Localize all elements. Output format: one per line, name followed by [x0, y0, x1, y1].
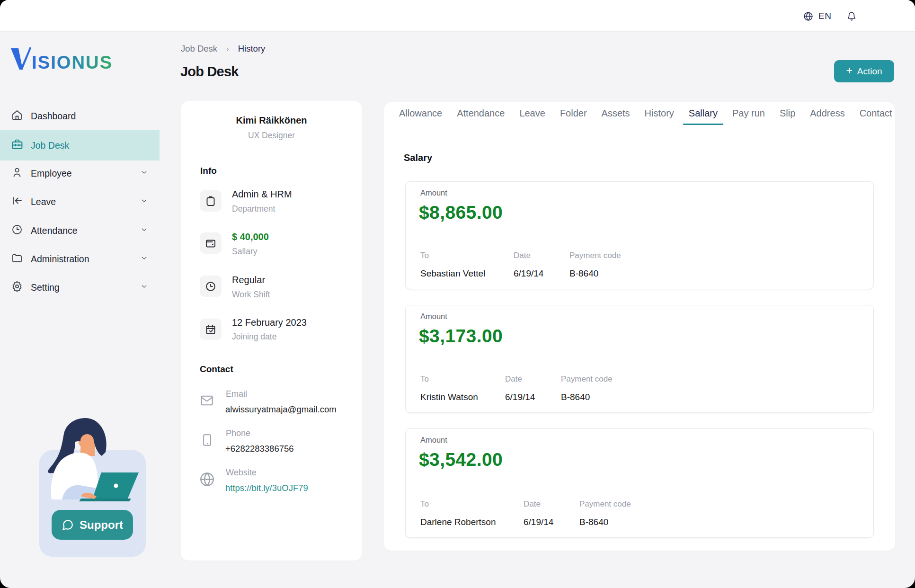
- svg-text:ISIONUS: ISIONUS: [32, 53, 112, 71]
